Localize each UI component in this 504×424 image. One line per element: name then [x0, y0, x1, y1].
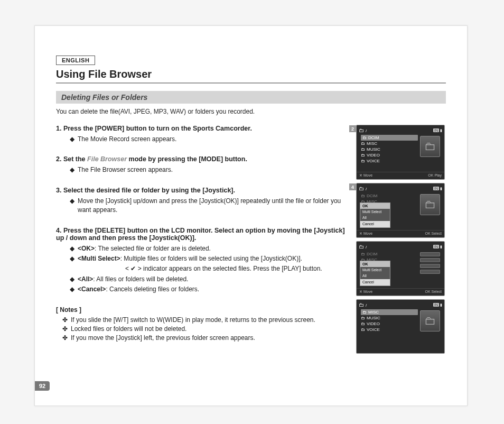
screenshot-footer: ⤧ Move OK Play — [357, 172, 444, 179]
folder-icon: / — [359, 244, 367, 250]
popup-item-all: All — [360, 273, 390, 279]
screenshot-footer: ⤧ Move OK Select — [357, 230, 444, 237]
folder-icon: 🗀 — [362, 310, 367, 315]
list-item: 🗀VIDEO — [361, 321, 418, 327]
folder-icon: 🗀 — [361, 321, 365, 326]
opt-multi-select-line2: < ✔ > indicator appears on the selected … — [78, 264, 322, 273]
storage-in-icon: IN — [433, 303, 439, 307]
note-bullet-icon: ✤ — [62, 325, 68, 334]
language-badge: ENGLISH — [56, 56, 95, 65]
popup-item-cancel: Cancel — [360, 221, 390, 227]
bullet-diamond-icon: ◆ — [70, 197, 74, 215]
bullet-diamond-icon: ◆ — [70, 254, 74, 263]
folder-list: 🗀DCIM 🗀MISC 🗀MUSIC 🗀VIDEO 🗀VOICE — [361, 135, 418, 164]
storage-in-icon: IN — [433, 187, 439, 190]
section-header: Deleting Files or Folders — [56, 91, 446, 104]
ok-icon: OK — [425, 232, 431, 235]
step-2-em: File Browser — [87, 155, 127, 163]
step-1-sub: The Movie Record screen appears. — [78, 135, 176, 144]
step-4: 4. Press the [DELETE] button on the LCD … — [56, 227, 349, 294]
popup-item-all: All — [360, 215, 390, 221]
bullet-diamond-icon: ◆ — [70, 275, 74, 284]
list-item: 🗀VIDEO — [361, 152, 418, 158]
folder-preview-icon: 🗀 — [420, 310, 440, 331]
battery-icon — [440, 302, 442, 307]
manual-page: ENGLISH Using File Browser Deleting File… — [34, 25, 468, 406]
list-item: 🗀DCIM — [361, 135, 418, 141]
folder-icon: 🗀 — [362, 135, 367, 140]
folder-icon: 🗀 — [361, 327, 365, 332]
bullet-diamond-icon: ◆ — [70, 135, 74, 144]
intro-text: You can delete the file(AVI, JPEG, MP3, … — [56, 108, 446, 115]
step-2-pre: 2. Set the — [56, 155, 87, 163]
screenshot-column: 2 / IN 🗀DCIM 🗀MISC 🗀MUSIC 🗀VIDEO 🗀VOICE … — [356, 125, 446, 357]
battery-icon — [440, 244, 442, 249]
note-1: ✤If you slide the [W/T] switch to W(WIDE… — [56, 316, 349, 325]
opt-multi-select: <Multi Select>: Multiple files or folder… — [78, 254, 302, 263]
popup-item-ok: OK — [360, 261, 390, 267]
step-2-sub: The File Browser screen appears. — [78, 165, 173, 174]
storage-in-icon: IN — [433, 128, 439, 132]
list-item: 🗀MUSIC — [361, 315, 418, 321]
list-item: 🗀VOICE — [361, 327, 418, 333]
step-2: 2. Set the File Browser mode by pressing… — [56, 155, 349, 174]
step-4-head: 4. Press the [DELETE] button on the LCD … — [56, 227, 349, 242]
step-1: 1. Press the [POWER] button to turn on t… — [56, 125, 349, 144]
notes-heading: [ Notes ] — [56, 306, 349, 314]
bullet-diamond-icon: ◆ — [70, 285, 74, 294]
list-item: 🗀MISC — [361, 309, 418, 315]
move-icon: ⤧ — [359, 290, 363, 293]
move-icon: ⤧ — [359, 232, 363, 235]
screenshot-footer: ⤧ Move OK Select — [357, 288, 444, 296]
note-bullet-icon: ✤ — [62, 316, 68, 325]
folder-preview-icon: 🗀 — [420, 194, 440, 215]
move-icon: ⤧ — [359, 173, 363, 177]
folder-icon: / — [359, 302, 367, 308]
storage-in-icon: IN — [433, 245, 439, 248]
step-2-post: mode by pressing the [MODE] button. — [127, 155, 247, 163]
ok-icon: OK — [428, 173, 434, 177]
popup-item-ok: OK — [360, 203, 390, 209]
note-bullet-icon: ✤ — [62, 334, 68, 343]
delete-popup: OK Multi Select All Cancel — [360, 261, 390, 286]
list-item: 🗀MISC — [361, 141, 418, 146]
popup-item-multi-select: Multi Select — [360, 267, 390, 273]
folder-icon: 🗀 — [361, 153, 365, 158]
screenshot-after-delete: / IN 🗀MISC 🗀MUSIC 🗀VIDEO 🗀VOICE 🗀 .. — [356, 299, 445, 354]
screenshot-step-4: 4 / IN 🗀DCIM 🗀MISC OK Multi Select All — [356, 183, 445, 238]
delete-popup: OK Multi Select All Cancel — [360, 202, 390, 228]
folder-icon: 🗀 — [361, 252, 365, 256]
bullet-diamond-icon: ◆ — [70, 165, 74, 174]
folder-icon: 🗀 — [361, 316, 365, 320]
popup-item-cancel: Cancel — [360, 279, 390, 285]
folder-preview-icon: 🗀 — [420, 136, 440, 157]
step-3-head: 3. Select the desired file or folder by … — [56, 187, 349, 194]
list-item: 🗀DCIM — [361, 251, 418, 257]
thumbnail-bars — [420, 252, 440, 274]
step-number-badge: 2 — [349, 125, 356, 132]
battery-icon — [440, 128, 442, 133]
ok-icon: OK — [425, 290, 431, 293]
opt-ok: <OK>: The selected file or folder are is… — [78, 244, 211, 253]
screenshot-thumbnails: / IN 🗀DCIM 🗀MISC OK Multi Select All Can… — [356, 241, 445, 296]
step-3: 3. Select the desired file or folder by … — [56, 187, 349, 215]
list-item: 🗀MUSIC — [361, 146, 418, 152]
check-icon: ✔ — [130, 265, 136, 272]
opt-cancel: <Cancel>: Cancels deleting files or fold… — [78, 285, 199, 294]
folder-icon: / — [359, 127, 367, 133]
step-1-head: 1. Press the [POWER] button to turn on t… — [56, 125, 349, 132]
folder-icon: 🗀 — [361, 147, 365, 152]
step-number-badge: 4 — [349, 183, 356, 190]
note-3: ✤If you move the [Joystick] left, the pr… — [56, 334, 349, 343]
screenshot-step-2: 2 / IN 🗀DCIM 🗀MISC 🗀MUSIC 🗀VIDEO 🗀VOICE … — [356, 125, 445, 180]
folder-icon: 🗀 — [361, 193, 365, 198]
list-item: 🗀VOICE — [361, 158, 418, 164]
battery-icon — [440, 186, 442, 191]
list-item: 🗀DCIM — [361, 193, 418, 199]
opt-all: <All>: All files or folders will be dele… — [78, 275, 188, 284]
page-title: Using File Browser — [56, 68, 446, 84]
instructions-column: 1. Press the [POWER] button to turn on t… — [56, 125, 349, 357]
popup-item-multi-select: Multi Select — [360, 209, 390, 215]
note-2: ✤Locked files or folders will not be del… — [56, 325, 349, 334]
folder-list: 🗀MISC 🗀MUSIC 🗀VIDEO 🗀VOICE — [361, 309, 418, 333]
